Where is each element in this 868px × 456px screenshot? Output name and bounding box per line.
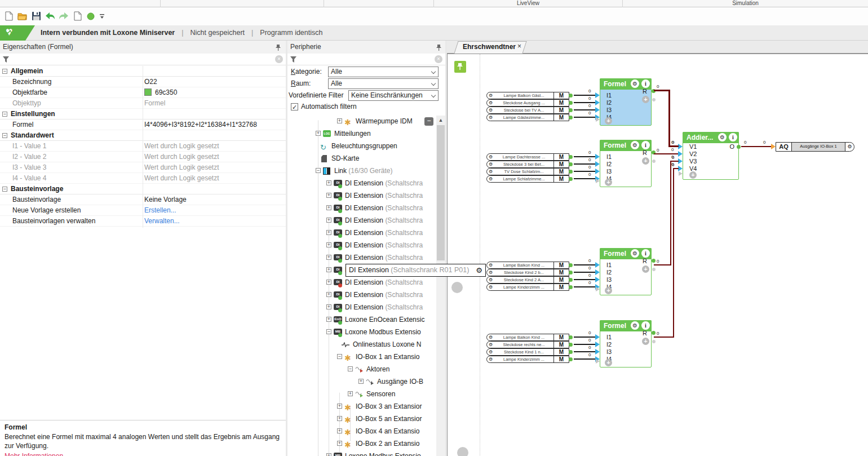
tree-item-label[interactable]: Onlinestatus Loxone N [353, 338, 421, 351]
input-port-arrow[interactable] [595, 349, 600, 355]
tree-scrollbar[interactable]: ▲ [436, 116, 445, 456]
memory-flag[interactable]: M [553, 342, 569, 348]
properties-filter-row[interactable]: × [0, 54, 286, 65]
gear-icon[interactable]: ⚙ [487, 114, 494, 121]
tree-item[interactable]: +DIDI Extension (Schaltschra [287, 189, 436, 202]
tree-item-label[interactable]: DI Extension (Schaltschra [345, 251, 423, 264]
gear-icon[interactable]: ⚙ [487, 284, 494, 290]
tree-item-label[interactable]: DI Extension (Schaltschra [345, 301, 423, 313]
expand-icon[interactable]: + [326, 255, 331, 260]
memory-flag[interactable]: M [553, 356, 569, 362]
add-port-button[interactable]: + [642, 338, 649, 345]
tree-item-label[interactable]: Wärmepumpe IDM [356, 115, 413, 127]
input-reference-pill[interactable]: ⚙Lampe Gästezimme...M [486, 114, 569, 121]
add-port-button[interactable]: + [605, 287, 612, 294]
tree-item-label[interactable]: SD-Karte [331, 152, 359, 165]
expand-icon[interactable]: + [337, 441, 342, 446]
tree-item[interactable]: +LOGMitteilungen [287, 127, 436, 140]
output-port-dot[interactable] [569, 350, 573, 354]
tree-item-label[interactable]: Link (16/30 Geräte) [334, 165, 392, 177]
memory-flag[interactable]: M [553, 284, 569, 290]
section-collapse-icon[interactable]: − [2, 133, 7, 138]
expand-icon[interactable]: + [326, 180, 331, 185]
output-port-dot[interactable] [569, 94, 573, 98]
tree-item[interactable]: +Sensoren [287, 388, 436, 400]
property-value-link[interactable]: Verwalten... [144, 216, 284, 226]
expand-icon[interactable]: + [326, 280, 331, 285]
output-port-dot[interactable] [569, 343, 573, 347]
add-port-button[interactable]: + [689, 171, 697, 179]
memory-flag[interactable]: M [553, 277, 569, 283]
tree-item-tooltip[interactable]: DI Extension (Schaltschrank R01 P01) ⚙ [346, 264, 486, 277]
input-port-arrow[interactable] [678, 151, 683, 157]
gear-icon[interactable]: ⚙ [631, 321, 639, 330]
add-input-arrow[interactable] [596, 179, 600, 183]
property-value[interactable]: Wert durch Logik gesetzt [144, 152, 284, 162]
tree-item[interactable]: +✱IO-Box 5 an Extansior [287, 413, 436, 425]
gear-icon[interactable]: ⚙ [487, 262, 494, 268]
collapse-icon[interactable]: − [348, 366, 353, 371]
tree-item[interactable]: −✱IO-Box 1 an Extansio [287, 351, 436, 363]
expand-icon[interactable]: + [337, 404, 342, 409]
section-collapse-icon[interactable]: − [2, 69, 7, 74]
color-swatch[interactable] [144, 88, 152, 96]
memory-flag[interactable]: M [553, 334, 569, 340]
add-input-arrow[interactable] [596, 287, 600, 291]
info-icon[interactable]: i [641, 249, 650, 258]
expand-icon[interactable]: + [316, 131, 321, 136]
tree-item-label[interactable]: IO-Box 4 an Extansio [356, 425, 419, 437]
gear-icon[interactable]: ⚙ [487, 161, 494, 167]
output-port-dot[interactable] [569, 162, 573, 166]
expand-icon[interactable]: + [348, 391, 353, 396]
input-reference-pill[interactable]: ⚙Lampe Balkon Kind ...M [486, 262, 569, 269]
output-port-dot[interactable] [569, 278, 573, 282]
tree-item[interactable]: +✱Wärmepumpe IDM [287, 115, 436, 127]
gear-icon[interactable]: ⚙ [487, 269, 494, 276]
info-icon[interactable]: i [641, 79, 650, 88]
gear-icon[interactable]: ⚙ [487, 356, 494, 362]
tree-item-label[interactable]: DI Extension (Schaltschra [345, 202, 423, 214]
pin-icon[interactable] [275, 43, 281, 51]
output-port-dot[interactable] [569, 170, 573, 174]
input-reference-pill[interactable]: ⚙Steckdose 3 bei Bet...M [486, 161, 569, 168]
record-icon[interactable] [86, 11, 97, 22]
aq-input-arrow[interactable] [771, 144, 776, 149]
property-value[interactable]: I4*4096+I3*8192+I2*16384+I1*32768 [144, 119, 284, 130]
collapse-icon[interactable]: − [326, 329, 331, 334]
gear-icon[interactable]: ⚙ [487, 92, 494, 99]
more-options-icon[interactable] [99, 11, 110, 22]
add-port-button[interactable]: + [642, 96, 649, 103]
output-port-dot[interactable] [569, 177, 573, 181]
add-port-button[interactable]: + [605, 359, 612, 366]
tree-item[interactable]: +DIDI Extension (Schaltschra [287, 202, 436, 214]
section-collapse-icon[interactable]: − [2, 187, 7, 192]
expand-icon[interactable]: + [326, 453, 331, 456]
tree-item-label[interactable]: DI Extension (Schaltschra [345, 177, 423, 189]
tree-item[interactable]: +Ausgänge IO-B [287, 375, 436, 388]
expand-icon[interactable]: + [326, 317, 331, 322]
info-icon[interactable]: i [641, 321, 650, 330]
tree-item-label[interactable]: DI Extension (Schaltschra [345, 289, 423, 301]
tree-item-label[interactable]: DI Extension (Schaltschra [345, 214, 423, 227]
gear-icon[interactable]: ⚙ [487, 176, 494, 182]
window-tab-simulation[interactable]: Simulation [623, 0, 868, 7]
add-port-button[interactable]: + [605, 179, 612, 186]
tree-item[interactable]: ↻Beleuchtungsgruppen [287, 140, 436, 152]
window-tab-1[interactable] [0, 0, 161, 7]
memory-flag[interactable]: M [553, 176, 569, 182]
aq-output-pill[interactable]: AQAusgänge IO-Box 1⚙ [776, 142, 854, 152]
gear-icon[interactable]: ⚙ [487, 349, 494, 355]
tree-item-label[interactable]: IO-Box 1 an Extansio [356, 351, 419, 363]
tree-item[interactable]: +MBLoxone Modbus Extensio [287, 450, 436, 456]
collapse-tree-button[interactable]: − [424, 117, 433, 126]
gear-icon[interactable]: ⚙ [487, 100, 494, 106]
expand-icon[interactable]: + [326, 304, 331, 309]
expand-icon[interactable]: + [326, 218, 331, 223]
input-reference-pill[interactable]: ⚙Lampe Kinderzimm ...M [486, 284, 569, 291]
output-port-dot[interactable] [569, 335, 573, 339]
scrollbar-up-arrow[interactable]: ▲ [436, 116, 445, 125]
output-port-dot[interactable] [569, 101, 573, 105]
input-reference-pill[interactable]: ⚙Steckdose rechts ne...M [486, 341, 569, 348]
expand-icon[interactable]: + [358, 379, 364, 384]
memory-flag[interactable]: M [553, 100, 569, 106]
